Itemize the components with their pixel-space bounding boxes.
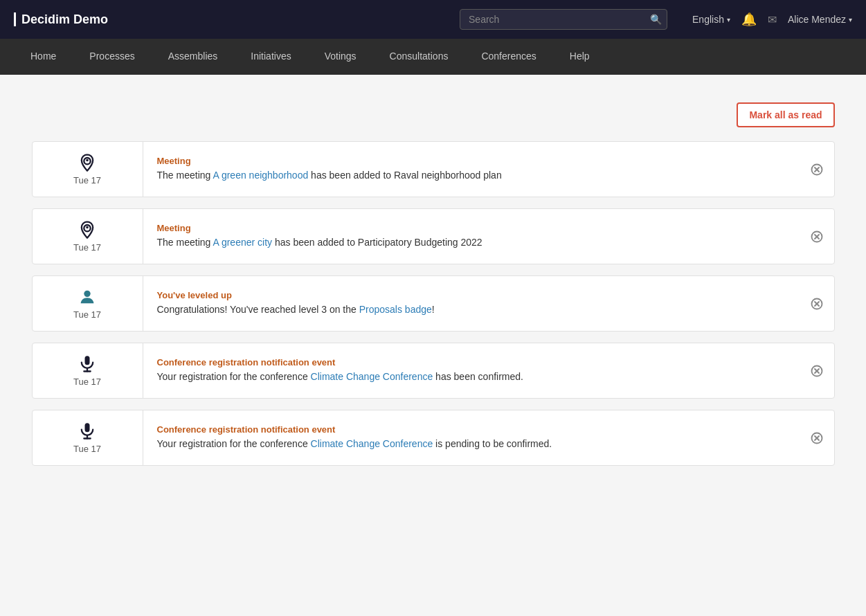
mic-icon	[78, 354, 97, 374]
secondary-nav: HomeProcessesAssembliesInitiativesVoting…	[0, 39, 866, 75]
nav-item-processes[interactable]: Processes	[73, 39, 151, 75]
search-input[interactable]	[460, 9, 667, 30]
brand-bar-icon	[14, 12, 16, 26]
notif-date: Tue 17	[73, 444, 101, 454]
notif-link[interactable]: Climate Change Conference	[311, 371, 433, 382]
svg-rect-14	[85, 356, 90, 365]
svg-point-1	[86, 159, 89, 162]
notification-card: Tue 17MeetingThe meeting A green neighbo…	[32, 141, 835, 197]
notif-icon-col-1: Tue 17	[33, 209, 143, 264]
notifications-list: Tue 17MeetingThe meeting A green neighbo…	[32, 141, 835, 466]
main-content: Mark all as read Tue 17MeetingThe meetin…	[18, 75, 849, 491]
user-name: Alice Mendez	[788, 14, 846, 25]
notification-card: Tue 17You've leveled upCongratulations! …	[32, 275, 835, 332]
notif-text-after: has been added to Raval neighborhood pla…	[308, 170, 501, 181]
search-wrapper: 🔍	[460, 9, 667, 30]
notif-text-before: Your registration for the conference	[157, 371, 311, 382]
mail-icon[interactable]: ✉	[768, 13, 777, 26]
search-button[interactable]: 🔍	[650, 14, 662, 25]
notif-link[interactable]: Climate Change Conference	[311, 438, 433, 449]
notif-body: MeetingThe meeting A greener city has be…	[143, 212, 800, 261]
nav-item-votings[interactable]: Votings	[308, 39, 373, 75]
notification-card: Tue 17MeetingThe meeting A greener city …	[32, 208, 835, 264]
notif-icon-col-3: Tue 17	[33, 343, 143, 398]
notif-link[interactable]: A green neighborhood	[213, 170, 308, 181]
notif-text: Your registration for the conference Cli…	[157, 370, 786, 384]
nav-right-area: English 🔔 ✉ Alice Mendez	[692, 12, 852, 27]
notif-date: Tue 17	[73, 175, 101, 185]
brand-logo[interactable]: Decidim Demo	[14, 12, 108, 27]
notif-link[interactable]: A greener city	[213, 237, 272, 248]
brand-name: Decidim Demo	[21, 12, 108, 27]
notif-icon-col-4: Tue 17	[33, 410, 143, 465]
notif-type-label: Meeting	[157, 156, 786, 166]
notif-date: Tue 17	[73, 309, 101, 320]
notification-card: Tue 17Conference registration notificati…	[32, 343, 835, 399]
notif-text-before: The meeting	[157, 237, 213, 248]
nav-item-conferences[interactable]: Conferences	[464, 39, 552, 75]
notif-text: Your registration for the conference Cli…	[157, 437, 786, 451]
language-selector[interactable]: English	[692, 14, 730, 25]
bell-icon[interactable]: 🔔	[741, 12, 757, 27]
notif-date: Tue 17	[73, 377, 101, 387]
notif-date: Tue 17	[73, 242, 101, 253]
notif-text-before: Congratulations! You've reached level 3 …	[157, 304, 359, 315]
notif-text: The meeting A green neighborhood has bee…	[157, 169, 786, 183]
notif-body: You've leveled upCongratulations! You've…	[143, 279, 800, 328]
notif-text-after: is pending to be confirmed.	[433, 438, 552, 449]
svg-point-6	[86, 226, 89, 229]
mark-all-read-button[interactable]: Mark all as read	[737, 102, 834, 127]
user-menu[interactable]: Alice Mendez	[788, 14, 852, 25]
nav-item-assemblies[interactable]: Assemblies	[152, 39, 235, 75]
language-label: English	[692, 14, 724, 25]
nav-item-consultations[interactable]: Consultations	[373, 39, 465, 75]
notification-card: Tue 17Conference registration notificati…	[32, 410, 835, 466]
svg-point-10	[84, 291, 90, 297]
notif-type-label: Conference registration notification eve…	[157, 424, 786, 435]
location-icon	[78, 220, 97, 239]
notif-text-before: The meeting	[157, 170, 213, 181]
notif-close-button[interactable]	[800, 219, 834, 254]
notif-text-before: Your registration for the conference	[157, 438, 311, 449]
top-navbar: Decidim Demo 🔍 English 🔔 ✉ Alice Mendez	[0, 0, 866, 39]
user-icon	[78, 287, 97, 307]
notif-type-label: Meeting	[157, 223, 786, 233]
notif-type-label: You've leveled up	[157, 290, 786, 300]
notif-body: MeetingThe meeting A green neighborhood …	[143, 145, 800, 194]
notif-text-after: has been added to Participatory Budgetin…	[272, 237, 482, 248]
nav-item-home[interactable]: Home	[14, 39, 73, 75]
notif-text: Congratulations! You've reached level 3 …	[157, 303, 786, 317]
notif-close-button[interactable]	[800, 354, 834, 388]
nav-item-help[interactable]: Help	[553, 39, 606, 75]
notif-text: The meeting A greener city has been adde…	[157, 236, 786, 250]
notif-link[interactable]: Proposals badge	[359, 304, 432, 315]
notif-body: Conference registration notification eve…	[143, 346, 800, 395]
notif-close-button[interactable]	[800, 421, 834, 455]
location-icon	[78, 153, 97, 172]
notif-close-button[interactable]	[800, 152, 834, 187]
notif-text-after: !	[432, 304, 435, 315]
nav-item-initiatives[interactable]: Initiatives	[234, 39, 307, 75]
notif-body: Conference registration notification eve…	[143, 413, 800, 462]
mic-icon	[78, 422, 97, 441]
notif-text-after: has been confirmed.	[433, 371, 523, 382]
notif-icon-col-0: Tue 17	[33, 142, 143, 197]
notif-icon-col-2: Tue 17	[33, 276, 143, 331]
svg-rect-20	[85, 423, 90, 432]
notif-type-label: Conference registration notification eve…	[157, 357, 786, 368]
notif-close-button[interactable]	[800, 287, 834, 321]
